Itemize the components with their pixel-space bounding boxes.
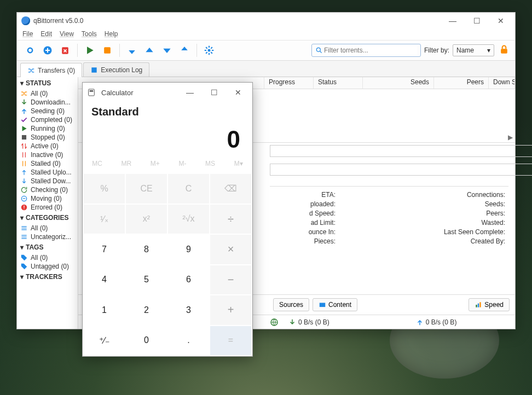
calc-key-1[interactable]: 1 <box>84 295 125 325</box>
sidebar-status-item[interactable]: Downloadin... <box>17 98 78 107</box>
sidebar-tag-item[interactable]: Untagged (0) <box>17 262 78 271</box>
calc-mem-button[interactable]: M+ <box>151 160 160 167</box>
calc-close-button[interactable]: ✕ <box>226 85 250 100</box>
sidebar-status-item[interactable]: Running (0) <box>17 124 78 133</box>
menu-view[interactable]: View <box>60 30 74 38</box>
calc-key-÷[interactable]: ÷ <box>210 205 251 234</box>
tab-transfers[interactable]: Transfers (0) <box>20 63 82 77</box>
tab-speed[interactable]: Speed <box>469 298 510 311</box>
filter-input[interactable] <box>323 46 417 55</box>
calc-key-²√x[interactable]: ²√x <box>168 205 209 234</box>
calc-key-C[interactable]: C <box>168 174 209 204</box>
menu-edit[interactable]: Edit <box>41 30 52 38</box>
scroll-right-icon[interactable]: ▶ <box>506 133 514 141</box>
start-icon[interactable] <box>83 43 97 57</box>
calc-key-8[interactable]: 8 <box>126 235 167 264</box>
sidebar-status-item[interactable]: Moving (0) <box>17 194 78 203</box>
close-button[interactable]: ✕ <box>489 13 513 28</box>
calc-key-+[interactable]: + <box>210 295 251 325</box>
globe-icon[interactable] <box>270 318 279 327</box>
minimize-button[interactable]: ― <box>441 13 465 28</box>
sidebar-categories-head[interactable]: ▾ CATEGORIES <box>17 212 78 224</box>
svg-rect-17 <box>89 89 95 96</box>
preferences-icon[interactable] <box>202 43 216 57</box>
sidebar-trackers-head[interactable]: ▾ TRACKERS <box>17 271 78 283</box>
col-peers[interactable]: Peers <box>434 77 489 89</box>
calc-mem-button[interactable]: M- <box>178 160 186 167</box>
sidebar-status-item[interactable]: Completed (0) <box>17 115 78 124</box>
calc-mem-button[interactable]: MR <box>122 160 132 167</box>
add-link-icon[interactable] <box>23 43 37 57</box>
calc-maximize-button[interactable]: ☐ <box>202 85 226 100</box>
move-up-icon[interactable] <box>142 43 157 57</box>
tab-execution-log[interactable]: Execution Log <box>83 62 149 77</box>
col-status[interactable]: Status <box>314 77 363 89</box>
calc-titlebar[interactable]: Calculator ― ☐ ✕ <box>83 83 252 102</box>
sidebar-category-item[interactable]: Uncategoriz... <box>17 233 78 241</box>
move-top-icon[interactable] <box>125 43 139 57</box>
col-downspeed[interactable]: Down S <box>489 77 515 89</box>
detail-field-2[interactable] <box>270 164 532 176</box>
sidebar-status-item[interactable]: Checking (0) <box>17 185 78 194</box>
maximize-button[interactable]: ☐ <box>465 13 489 28</box>
menu-help[interactable]: Help <box>105 30 118 38</box>
calc-key-−[interactable]: − <box>210 265 251 295</box>
sidebar-status-item[interactable]: Stalled Uplo... <box>17 168 78 177</box>
sidebar-status-item[interactable]: Stalled Dow... <box>17 177 78 185</box>
svg-point-3 <box>208 49 211 52</box>
menu-tools[interactable]: Tools <box>82 30 97 38</box>
calc-key-¹⁄ₓ[interactable]: ¹⁄ₓ <box>84 205 125 234</box>
calc-key-.[interactable]: . <box>168 326 209 356</box>
qb-titlebar[interactable]: qBittorrent v5.0.0 ― ☐ ✕ <box>17 13 515 29</box>
calc-key-⁺⁄₋[interactable]: ⁺⁄₋ <box>84 326 125 356</box>
calc-key-3[interactable]: 3 <box>168 295 209 325</box>
calc-key-6[interactable]: 6 <box>168 265 209 295</box>
menu-file[interactable]: File <box>22 30 33 38</box>
col-progress[interactable]: Progress <box>264 77 314 89</box>
move-down-icon[interactable] <box>160 43 174 57</box>
calc-key-9[interactable]: 9 <box>168 235 209 264</box>
calc-key-%[interactable]: % <box>84 174 125 204</box>
svg-rect-6 <box>92 67 97 72</box>
add-torrent-icon[interactable] <box>41 43 55 57</box>
calc-mem-button[interactable]: MC <box>92 160 102 167</box>
calc-key-7[interactable]: 7 <box>84 235 125 264</box>
sidebar-status-item[interactable]: Stalled (0) <box>17 159 78 168</box>
filter-torrents-search[interactable] <box>311 44 421 57</box>
tab-sources[interactable]: Sources <box>273 298 309 311</box>
calc-key-×[interactable]: × <box>210 235 251 264</box>
calc-mem-button[interactable]: M▾ <box>234 160 243 167</box>
calc-key-x²[interactable]: x² <box>126 205 167 234</box>
calc-key-5[interactable]: 5 <box>126 265 167 295</box>
calc-key-=[interactable]: = <box>210 326 251 356</box>
sidebar-status-item[interactable]: All (0) <box>17 89 78 98</box>
sidebar-status-item[interactable]: Errored (0) <box>17 203 78 212</box>
down-speed[interactable]: 0 B/s (0 B) <box>288 318 329 326</box>
sidebar-status-head[interactable]: ▾ STATUS <box>17 77 78 89</box>
delete-icon[interactable] <box>58 43 72 57</box>
calc-mem-button[interactable]: MS <box>205 160 215 167</box>
calc-key-⌫[interactable]: ⌫ <box>210 174 251 204</box>
pause-icon[interactable] <box>100 43 114 57</box>
detail-field-1[interactable] <box>270 145 532 157</box>
sidebar-category-item[interactable]: All (0) <box>17 224 78 233</box>
sidebar-status-item[interactable]: Inactive (0) <box>17 150 78 159</box>
calc-key-0[interactable]: 0 <box>126 326 167 356</box>
calc-key-4[interactable]: 4 <box>84 265 125 295</box>
col-seeds[interactable]: Seeds <box>363 77 434 89</box>
lock-icon[interactable] <box>499 44 511 56</box>
sidebar-status-item[interactable]: Active (0) <box>17 142 78 150</box>
calc-minimize-button[interactable]: ― <box>178 85 202 100</box>
move-bottom-icon[interactable] <box>177 43 192 57</box>
sidebar-tag-item[interactable]: All (0) <box>17 253 78 262</box>
calc-key-2[interactable]: 2 <box>126 295 167 325</box>
tab-content[interactable]: Content <box>313 298 357 311</box>
calc-mode[interactable]: Standard <box>83 102 252 119</box>
sidebar-status-item[interactable]: Stopped (0) <box>17 133 78 142</box>
sidebar-status-item[interactable]: Seeding (0) <box>17 107 78 115</box>
detail-label: Pieces: <box>270 237 336 245</box>
sidebar-tags-head[interactable]: ▾ TAGS <box>17 241 78 253</box>
up-speed[interactable]: 0 B/s (0 B) <box>416 318 457 326</box>
calc-key-CE[interactable]: CE <box>126 174 167 204</box>
filter-by-select[interactable]: Name▾ <box>453 44 494 56</box>
